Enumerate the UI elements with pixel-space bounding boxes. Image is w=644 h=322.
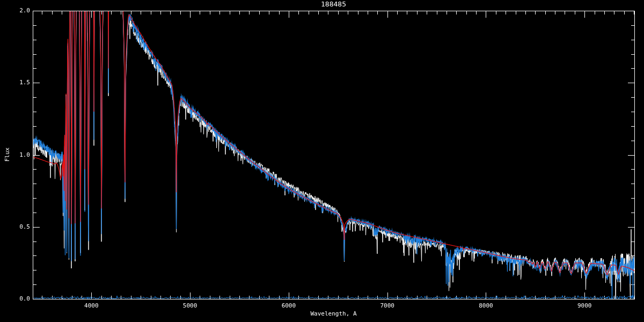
x-tick-label: 8000	[474, 302, 497, 310]
x-axis-label: Wavelength, A	[33, 310, 634, 318]
y-tick-label: 1.0	[10, 151, 30, 159]
x-tick-label: 6000	[277, 302, 301, 310]
x-tick-label: 4000	[79, 302, 103, 310]
spectrum-plot-window: 188485 Wavelength, A Flux 40005000600070…	[0, 0, 644, 322]
y-tick-label: 1.5	[10, 79, 30, 86]
x-tick-label: 7000	[376, 302, 399, 310]
y-tick-label: 0.0	[10, 295, 30, 303]
y-tick-label: 2.0	[10, 7, 30, 14]
x-tick-label: 9000	[573, 302, 596, 310]
y-tick-label: 0.5	[10, 223, 30, 231]
spectrum-canvas	[0, 0, 644, 322]
plot-title: 188485	[33, 1, 634, 8]
x-tick-label: 5000	[178, 302, 202, 310]
